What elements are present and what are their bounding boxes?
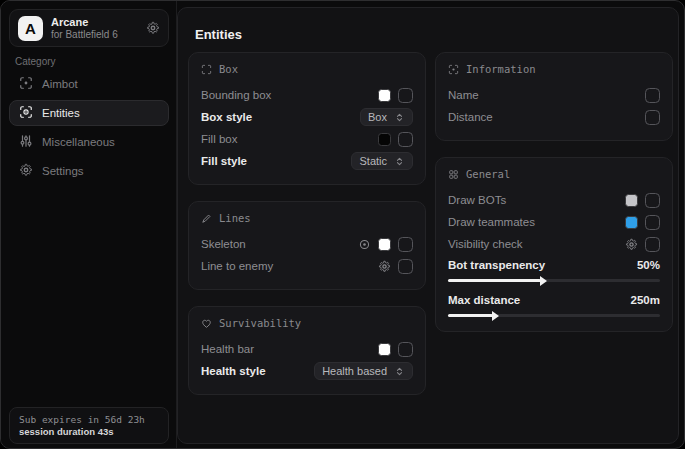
chevron-up-down-icon (394, 112, 405, 123)
row-draw-bots: Draw BOTs (448, 189, 660, 211)
health-bar-checkbox[interactable] (398, 342, 413, 357)
health-style-select[interactable]: Health based (314, 362, 413, 380)
row-label: Fill style (201, 155, 247, 167)
row-fill-style: Fill style Static (201, 150, 413, 172)
sidebar-item-miscellaneous[interactable]: Miscellaneous (9, 129, 169, 155)
bot-transparency-value: 50% (637, 259, 660, 271)
row-label: Box style (201, 111, 252, 123)
selected-value: Health based (322, 365, 387, 377)
row-name: Name (448, 84, 660, 106)
scan-icon (201, 64, 212, 75)
info-scan-icon (448, 64, 459, 75)
sliders-icon (19, 134, 33, 150)
fill-style-select[interactable]: Static (351, 152, 413, 170)
app-logo: A (18, 16, 43, 41)
row-label: Health bar (201, 343, 254, 355)
row-label: Name (448, 89, 479, 101)
app-name: Arcane (51, 16, 138, 29)
color-swatch[interactable] (378, 238, 391, 251)
bot-transparency-slider[interactable] (448, 279, 660, 282)
header-gear-icon[interactable] (146, 21, 160, 35)
brand-card: A Arcane for Battlefield 6 (9, 9, 169, 47)
pencil-icon (201, 213, 212, 224)
bounding-box-checkbox[interactable] (398, 88, 413, 103)
chevron-up-down-icon (394, 366, 405, 377)
category-label: Category (15, 56, 56, 67)
color-swatch[interactable] (378, 133, 391, 146)
session-duration-text: session duration 43s (19, 426, 159, 437)
sidebar: A Arcane for Battlefield 6 Category Aimb… (1, 1, 177, 448)
max-distance-slider[interactable] (448, 314, 660, 317)
card-title: Survivability (219, 317, 301, 329)
draw-teammates-checkbox[interactable] (645, 215, 660, 230)
chevron-up-down-icon (394, 156, 405, 167)
row-bot-transparency: Bot transpenency 50% (448, 255, 660, 275)
card-box: Box Bounding box Box style Box (188, 52, 426, 185)
color-swatch[interactable] (378, 89, 391, 102)
scan-eye-icon (19, 105, 33, 121)
row-max-distance: Max distance 250m (448, 290, 660, 310)
color-swatch[interactable] (625, 216, 638, 229)
row-box-style: Box style Box (201, 106, 413, 128)
page-title: Entities (195, 27, 242, 42)
brand-text: Arcane for Battlefield 6 (51, 16, 138, 40)
card-title: Lines (219, 212, 251, 224)
max-distance-value: 250m (631, 294, 660, 306)
sidebar-item-entities[interactable]: Entities (9, 100, 169, 126)
box-style-select[interactable]: Box (360, 108, 413, 126)
sidebar-item-settings[interactable]: Settings (9, 158, 169, 184)
crosshair-icon (19, 76, 33, 92)
row-bounding-box: Bounding box (201, 84, 413, 106)
card-general: General Draw BOTs Draw teammates (435, 157, 673, 332)
row-label: Bounding box (201, 89, 271, 101)
row-skeleton: Skeleton (201, 233, 413, 255)
distance-checkbox[interactable] (645, 110, 660, 125)
row-health-style: Health style Health based (201, 360, 413, 382)
eye-icon[interactable] (358, 238, 371, 251)
sidebar-item-label: Settings (42, 165, 84, 177)
sidebar-item-label: Miscellaneous (42, 136, 115, 148)
card-lines: Lines Skeleton Line to enemy (188, 201, 426, 290)
selected-value: Box (368, 111, 387, 123)
row-health-bar: Health bar (201, 338, 413, 360)
app-subtitle: for Battlefield 6 (51, 29, 138, 41)
row-label: Visibility check (448, 238, 523, 250)
row-label: Distance (448, 111, 493, 123)
visibility-check-checkbox[interactable] (645, 237, 660, 252)
sub-expiry-text: Sub expires in 56d 23h (19, 414, 159, 425)
slider-fill (448, 279, 541, 282)
color-swatch[interactable] (625, 194, 638, 207)
gear-icon[interactable] (625, 238, 638, 251)
app-window: A Arcane for Battlefield 6 Category Aimb… (0, 0, 685, 449)
slider-thumb[interactable] (540, 276, 547, 286)
name-checkbox[interactable] (645, 88, 660, 103)
main-panel: Entities Box Bounding box Box style (177, 7, 679, 444)
row-label: Skeleton (201, 238, 246, 250)
draw-bots-checkbox[interactable] (645, 193, 660, 208)
row-distance: Distance (448, 106, 660, 128)
row-label: Line to enemy (201, 260, 273, 272)
subscription-info: Sub expires in 56d 23h session duration … (9, 407, 169, 444)
slider-fill (448, 314, 493, 317)
row-label: Bot transpenency (448, 259, 545, 271)
card-title: Information (466, 63, 536, 75)
color-swatch[interactable] (378, 343, 391, 356)
column-right: Information Name Distance General (435, 52, 673, 348)
row-label: Draw BOTs (448, 194, 506, 206)
gear-icon (19, 163, 33, 179)
skeleton-checkbox[interactable] (398, 237, 413, 252)
slider-thumb[interactable] (492, 311, 499, 321)
selected-value: Static (359, 155, 387, 167)
line-to-enemy-checkbox[interactable] (398, 259, 413, 274)
row-label: Health style (201, 365, 266, 377)
grid-icon (448, 169, 459, 180)
gear-icon[interactable] (378, 260, 391, 273)
card-title: General (466, 168, 510, 180)
fill-box-checkbox[interactable] (398, 132, 413, 147)
sidebar-nav: Aimbot Entities Miscellaneous Settings (9, 71, 169, 184)
sidebar-item-aimbot[interactable]: Aimbot (9, 71, 169, 97)
sidebar-item-label: Entities (42, 107, 80, 119)
row-line-to-enemy: Line to enemy (201, 255, 413, 277)
column-left: Box Bounding box Box style Box (188, 52, 426, 411)
card-survivability: Survivability Health bar Health style He… (188, 306, 426, 395)
